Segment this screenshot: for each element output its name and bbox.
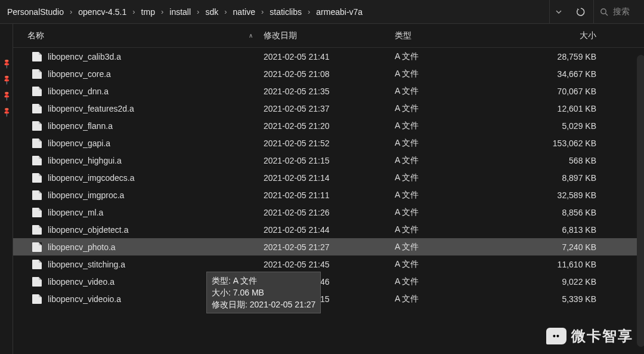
- breadcrumb-item[interactable]: staticlibs: [265, 0, 306, 23]
- file-type: A 文件: [395, 121, 514, 131]
- file-icon: [32, 260, 42, 269]
- breadcrumb: PersonalStudio›opencv-4.5.1›tmp›install›…: [0, 0, 550, 23]
- file-icon: [32, 294, 42, 304]
- file-date: 2021-02-05 21:15: [264, 156, 395, 165]
- file-name: libopencv_flann.a: [48, 121, 264, 131]
- file-type: A 文件: [395, 155, 514, 166]
- column-header-name[interactable]: 名称 ∧: [13, 30, 264, 41]
- file-name: libopencv_calib3d.a: [48, 52, 264, 61]
- file-name: libopencv_ml.a: [48, 208, 264, 217]
- address-toolbar: PersonalStudio›opencv-4.5.1›tmp›install›…: [0, 0, 644, 24]
- search-input[interactable]: 搜索: [594, 0, 644, 23]
- file-row[interactable]: libopencv_imgcodecs.a2021-02-05 21:14A 文…: [13, 169, 644, 186]
- column-header-size[interactable]: 大小: [514, 30, 644, 41]
- breadcrumb-item[interactable]: tmp: [137, 0, 160, 23]
- file-size: 28,759 KB: [514, 52, 644, 61]
- column-header-type[interactable]: 类型: [395, 30, 514, 41]
- svg-point-0: [601, 8, 606, 13]
- chevron-right-icon: ›: [69, 7, 73, 16]
- file-date: 2021-02-05 21:11: [264, 190, 395, 200]
- file-name: libopencv_photo.a: [48, 242, 264, 252]
- pin-icon[interactable]: 📌: [1, 90, 12, 101]
- file-size: 9,022 KB: [514, 277, 644, 287]
- file-name: libopencv_core.a: [48, 69, 264, 79]
- file-size: 5,339 KB: [514, 294, 644, 304]
- file-date: 2021-02-05 21:20: [264, 121, 395, 131]
- column-header-date[interactable]: 修改日期: [264, 30, 395, 41]
- file-row[interactable]: libopencv_calib3d.a2021-02-05 21:41A 文件2…: [13, 48, 644, 65]
- file-name: libopencv_imgproc.a: [48, 190, 264, 200]
- search-placeholder: 搜索: [613, 7, 630, 17]
- file-name: libopencv_highgui.a: [48, 156, 264, 165]
- file-type: A 文件: [395, 173, 514, 183]
- file-date: 2021-02-05 21:52: [264, 138, 395, 148]
- file-type: A 文件: [395, 86, 514, 97]
- pin-icon[interactable]: 📌: [1, 106, 12, 118]
- file-size: 7,240 KB: [514, 242, 644, 252]
- watermark-icon: ••: [546, 328, 566, 344]
- file-tooltip: 类型: A 文件 大小: 7.06 MB 修改日期: 2021-02-05 21…: [206, 272, 321, 313]
- file-row[interactable]: libopencv_photo.a2021-02-05 21:27A 文件7,2…: [13, 238, 644, 256]
- file-row[interactable]: libopencv_stitching.a2021-02-05 21:45A 文…: [13, 256, 644, 273]
- file-row[interactable]: libopencv_imgproc.a2021-02-05 21:11A 文件3…: [13, 186, 644, 204]
- file-size: 70,067 KB: [514, 87, 644, 96]
- file-icon: [32, 173, 42, 183]
- file-icon: [32, 52, 42, 61]
- file-name: libopencv_stitching.a: [48, 260, 264, 269]
- file-icon: [32, 208, 42, 217]
- pin-icon[interactable]: 📌: [1, 58, 12, 69]
- refresh-button[interactable]: [568, 0, 594, 23]
- file-size: 32,589 KB: [514, 190, 644, 200]
- file-row[interactable]: libopencv_videoio.a2021-02-05 21:15A 文件5…: [13, 290, 644, 307]
- sort-indicator-icon: ∧: [249, 32, 253, 39]
- file-row[interactable]: libopencv_gapi.a2021-02-05 21:52A 文件153,…: [13, 134, 644, 152]
- breadcrumb-item[interactable]: install: [165, 0, 196, 23]
- chevron-right-icon: ›: [306, 7, 311, 16]
- file-type: A 文件: [395, 190, 514, 201]
- file-size: 8,856 KB: [514, 208, 644, 217]
- chevron-right-icon: ›: [131, 7, 136, 16]
- file-name: libopencv_dnn.a: [48, 87, 264, 96]
- file-row[interactable]: libopencv_core.a2021-02-05 21:08A 文件34,6…: [13, 65, 644, 82]
- file-size: 34,667 KB: [514, 69, 644, 79]
- file-row[interactable]: libopencv_features2d.a2021-02-05 21:37A …: [13, 100, 644, 117]
- file-row[interactable]: libopencv_flann.a2021-02-05 21:20A 文件5,0…: [13, 117, 644, 134]
- file-size: 11,610 KB: [514, 260, 644, 269]
- file-list-area: 名称 ∧ 修改日期 类型 大小 libopencv_calib3d.a2021-…: [13, 24, 644, 354]
- file-size: 5,029 KB: [514, 121, 644, 131]
- file-row[interactable]: libopencv_highgui.a2021-02-05 21:15A 文件5…: [13, 152, 644, 169]
- pin-icon[interactable]: 📌: [1, 74, 12, 85]
- file-icon: [32, 121, 42, 131]
- file-row[interactable]: libopencv_dnn.a2021-02-05 21:35A 文件70,06…: [13, 82, 644, 100]
- breadcrumb-item[interactable]: PersonalStudio: [2, 0, 69, 23]
- file-date: 2021-02-05 21:45: [264, 260, 395, 269]
- breadcrumb-item[interactable]: native: [228, 0, 260, 23]
- tooltip-type: 类型: A 文件: [212, 275, 315, 287]
- file-row[interactable]: libopencv_video.a2021-02-05 21:46A 文件9,0…: [13, 273, 644, 290]
- column-headers: 名称 ∧ 修改日期 类型 大小: [13, 24, 644, 48]
- file-name: libopencv_gapi.a: [48, 138, 264, 148]
- file-row[interactable]: libopencv_objdetect.a2021-02-05 21:44A 文…: [13, 221, 644, 238]
- refresh-icon: [576, 7, 586, 17]
- file-icon: [32, 225, 42, 235]
- breadcrumb-item[interactable]: armeabi-v7a: [311, 0, 367, 23]
- file-type: A 文件: [395, 294, 514, 304]
- chevron-right-icon: ›: [160, 7, 165, 16]
- file-date: 2021-02-05 21:41: [264, 52, 395, 61]
- breadcrumb-item[interactable]: sdk: [200, 0, 223, 23]
- svg-line-1: [605, 13, 608, 16]
- file-icon: [32, 69, 42, 79]
- file-type: A 文件: [395, 207, 514, 218]
- scrollbar[interactable]: [637, 55, 644, 347]
- file-icon: [32, 242, 42, 252]
- file-type: A 文件: [395, 242, 514, 253]
- tooltip-date: 修改日期: 2021-02-05 21:27: [212, 298, 315, 310]
- watermark-text: 微卡智享: [571, 327, 633, 346]
- file-name: libopencv_imgcodecs.a: [48, 173, 264, 183]
- file-row[interactable]: libopencv_ml.a2021-02-05 21:26A 文件8,856 …: [13, 204, 644, 221]
- breadcrumb-dropdown[interactable]: [550, 0, 568, 23]
- breadcrumb-item[interactable]: opencv-4.5.1: [73, 0, 131, 23]
- file-type: A 文件: [395, 69, 514, 79]
- chevron-down-icon: [556, 9, 562, 15]
- file-date: 2021-02-05 21:08: [264, 69, 395, 79]
